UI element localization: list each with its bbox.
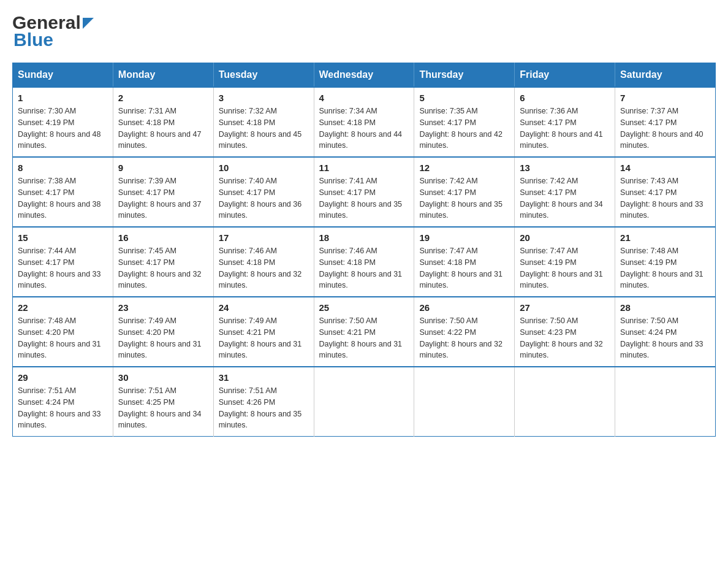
calendar-week-row: 29Sunrise: 7:51 AMSunset: 4:24 PMDayligh… bbox=[13, 367, 716, 437]
logo-blue-text: Blue bbox=[13, 29, 53, 50]
day-number: 28 bbox=[620, 302, 710, 313]
day-info: Sunrise: 7:32 AMSunset: 4:18 PMDaylight:… bbox=[219, 105, 309, 151]
calendar-day-cell: 15Sunrise: 7:44 AMSunset: 4:17 PMDayligh… bbox=[13, 227, 113, 297]
day-number: 21 bbox=[620, 232, 710, 243]
calendar-day-cell: 6Sunrise: 7:36 AMSunset: 4:17 PMDaylight… bbox=[515, 87, 615, 157]
day-number: 30 bbox=[118, 372, 208, 383]
day-number: 24 bbox=[219, 302, 309, 313]
day-number: 7 bbox=[620, 93, 710, 103]
calendar-week-row: 15Sunrise: 7:44 AMSunset: 4:17 PMDayligh… bbox=[13, 227, 716, 297]
weekday-header-row: SundayMondayTuesdayWednesdayThursdayFrid… bbox=[13, 63, 716, 88]
logo: General Blue bbox=[12, 12, 94, 50]
weekday-header-sunday: Sunday bbox=[13, 63, 113, 88]
weekday-header-friday: Friday bbox=[515, 63, 615, 88]
day-number: 11 bbox=[319, 163, 409, 173]
day-info: Sunrise: 7:38 AMSunset: 4:17 PMDaylight:… bbox=[18, 175, 108, 221]
calendar-day-cell: 22Sunrise: 7:48 AMSunset: 4:20 PMDayligh… bbox=[13, 297, 113, 367]
calendar-day-cell: 7Sunrise: 7:37 AMSunset: 4:17 PMDaylight… bbox=[615, 87, 716, 157]
svg-marker-0 bbox=[83, 18, 94, 29]
day-number: 4 bbox=[319, 93, 409, 103]
day-info: Sunrise: 7:47 AMSunset: 4:19 PMDaylight:… bbox=[520, 245, 610, 291]
weekday-header-saturday: Saturday bbox=[615, 63, 716, 88]
page-header: General Blue bbox=[12, 12, 716, 50]
calendar-day-cell bbox=[615, 367, 716, 437]
weekday-header-monday: Monday bbox=[113, 63, 213, 88]
weekday-header-thursday: Thursday bbox=[414, 63, 515, 88]
calendar-day-cell: 24Sunrise: 7:49 AMSunset: 4:21 PMDayligh… bbox=[213, 297, 314, 367]
day-number: 1 bbox=[18, 93, 108, 103]
day-number: 23 bbox=[118, 302, 208, 313]
day-info: Sunrise: 7:50 AMSunset: 4:24 PMDaylight:… bbox=[620, 315, 710, 361]
calendar-day-cell: 4Sunrise: 7:34 AMSunset: 4:18 PMDaylight… bbox=[314, 87, 414, 157]
day-info: Sunrise: 7:42 AMSunset: 4:17 PMDaylight:… bbox=[520, 175, 610, 221]
day-info: Sunrise: 7:31 AMSunset: 4:18 PMDaylight:… bbox=[118, 105, 208, 151]
calendar-week-row: 1Sunrise: 7:30 AMSunset: 4:19 PMDaylight… bbox=[13, 87, 716, 157]
day-number: 3 bbox=[219, 93, 309, 103]
day-info: Sunrise: 7:46 AMSunset: 4:18 PMDaylight:… bbox=[219, 245, 309, 291]
day-info: Sunrise: 7:51 AMSunset: 4:26 PMDaylight:… bbox=[219, 385, 309, 431]
day-info: Sunrise: 7:51 AMSunset: 4:25 PMDaylight:… bbox=[118, 385, 208, 431]
logo-arrow-icon bbox=[83, 18, 94, 31]
calendar-day-cell: 5Sunrise: 7:35 AMSunset: 4:17 PMDaylight… bbox=[414, 87, 515, 157]
day-number: 6 bbox=[520, 93, 610, 103]
calendar-week-row: 22Sunrise: 7:48 AMSunset: 4:20 PMDayligh… bbox=[13, 297, 716, 367]
day-info: Sunrise: 7:50 AMSunset: 4:22 PMDaylight:… bbox=[419, 315, 509, 361]
day-info: Sunrise: 7:49 AMSunset: 4:20 PMDaylight:… bbox=[118, 315, 208, 361]
day-info: Sunrise: 7:48 AMSunset: 4:20 PMDaylight:… bbox=[18, 315, 108, 361]
calendar-day-cell: 20Sunrise: 7:47 AMSunset: 4:19 PMDayligh… bbox=[515, 227, 615, 297]
calendar-day-cell: 26Sunrise: 7:50 AMSunset: 4:22 PMDayligh… bbox=[414, 297, 515, 367]
day-info: Sunrise: 7:44 AMSunset: 4:17 PMDaylight:… bbox=[18, 245, 108, 291]
day-number: 5 bbox=[419, 93, 509, 103]
day-number: 18 bbox=[319, 232, 409, 243]
calendar-day-cell: 30Sunrise: 7:51 AMSunset: 4:25 PMDayligh… bbox=[113, 367, 213, 437]
day-number: 25 bbox=[319, 302, 409, 313]
calendar-day-cell: 27Sunrise: 7:50 AMSunset: 4:23 PMDayligh… bbox=[515, 297, 615, 367]
calendar-day-cell: 29Sunrise: 7:51 AMSunset: 4:24 PMDayligh… bbox=[13, 367, 113, 437]
day-number: 27 bbox=[520, 302, 610, 313]
calendar-table: SundayMondayTuesdayWednesdayThursdayFrid… bbox=[12, 63, 716, 437]
calendar-day-cell: 10Sunrise: 7:40 AMSunset: 4:17 PMDayligh… bbox=[213, 157, 314, 227]
day-number: 12 bbox=[419, 163, 509, 173]
day-number: 2 bbox=[118, 93, 208, 103]
day-number: 19 bbox=[419, 232, 509, 243]
calendar-day-cell: 28Sunrise: 7:50 AMSunset: 4:24 PMDayligh… bbox=[615, 297, 716, 367]
day-number: 31 bbox=[219, 372, 309, 383]
calendar-day-cell: 12Sunrise: 7:42 AMSunset: 4:17 PMDayligh… bbox=[414, 157, 515, 227]
calendar-day-cell bbox=[314, 367, 414, 437]
calendar-day-cell bbox=[515, 367, 615, 437]
calendar-day-cell: 21Sunrise: 7:48 AMSunset: 4:19 PMDayligh… bbox=[615, 227, 716, 297]
day-info: Sunrise: 7:37 AMSunset: 4:17 PMDaylight:… bbox=[620, 105, 710, 151]
day-number: 14 bbox=[620, 163, 710, 173]
day-number: 17 bbox=[219, 232, 309, 243]
day-info: Sunrise: 7:48 AMSunset: 4:19 PMDaylight:… bbox=[620, 245, 710, 291]
day-info: Sunrise: 7:36 AMSunset: 4:17 PMDaylight:… bbox=[520, 105, 610, 151]
day-info: Sunrise: 7:51 AMSunset: 4:24 PMDaylight:… bbox=[18, 385, 108, 431]
calendar-day-cell: 17Sunrise: 7:46 AMSunset: 4:18 PMDayligh… bbox=[213, 227, 314, 297]
day-info: Sunrise: 7:50 AMSunset: 4:23 PMDaylight:… bbox=[520, 315, 610, 361]
calendar-day-cell: 18Sunrise: 7:46 AMSunset: 4:18 PMDayligh… bbox=[314, 227, 414, 297]
calendar-day-cell: 3Sunrise: 7:32 AMSunset: 4:18 PMDaylight… bbox=[213, 87, 314, 157]
day-number: 29 bbox=[18, 372, 108, 383]
day-info: Sunrise: 7:47 AMSunset: 4:18 PMDaylight:… bbox=[419, 245, 509, 291]
calendar-day-cell: 25Sunrise: 7:50 AMSunset: 4:21 PMDayligh… bbox=[314, 297, 414, 367]
day-info: Sunrise: 7:39 AMSunset: 4:17 PMDaylight:… bbox=[118, 175, 208, 221]
day-info: Sunrise: 7:49 AMSunset: 4:21 PMDaylight:… bbox=[219, 315, 309, 361]
calendar-day-cell: 19Sunrise: 7:47 AMSunset: 4:18 PMDayligh… bbox=[414, 227, 515, 297]
weekday-header-wednesday: Wednesday bbox=[314, 63, 414, 88]
day-info: Sunrise: 7:45 AMSunset: 4:17 PMDaylight:… bbox=[118, 245, 208, 291]
calendar-day-cell: 1Sunrise: 7:30 AMSunset: 4:19 PMDaylight… bbox=[13, 87, 113, 157]
calendar-week-row: 8Sunrise: 7:38 AMSunset: 4:17 PMDaylight… bbox=[13, 157, 716, 227]
day-info: Sunrise: 7:40 AMSunset: 4:17 PMDaylight:… bbox=[219, 175, 309, 221]
day-number: 20 bbox=[520, 232, 610, 243]
calendar-day-cell: 16Sunrise: 7:45 AMSunset: 4:17 PMDayligh… bbox=[113, 227, 213, 297]
day-info: Sunrise: 7:50 AMSunset: 4:21 PMDaylight:… bbox=[319, 315, 409, 361]
calendar-day-cell: 31Sunrise: 7:51 AMSunset: 4:26 PMDayligh… bbox=[213, 367, 314, 437]
day-info: Sunrise: 7:35 AMSunset: 4:17 PMDaylight:… bbox=[419, 105, 509, 151]
calendar-day-cell: 23Sunrise: 7:49 AMSunset: 4:20 PMDayligh… bbox=[113, 297, 213, 367]
day-info: Sunrise: 7:34 AMSunset: 4:18 PMDaylight:… bbox=[319, 105, 409, 151]
day-number: 8 bbox=[18, 163, 108, 173]
calendar-day-cell: 9Sunrise: 7:39 AMSunset: 4:17 PMDaylight… bbox=[113, 157, 213, 227]
day-number: 26 bbox=[419, 302, 509, 313]
calendar-day-cell: 13Sunrise: 7:42 AMSunset: 4:17 PMDayligh… bbox=[515, 157, 615, 227]
day-number: 9 bbox=[118, 163, 208, 173]
